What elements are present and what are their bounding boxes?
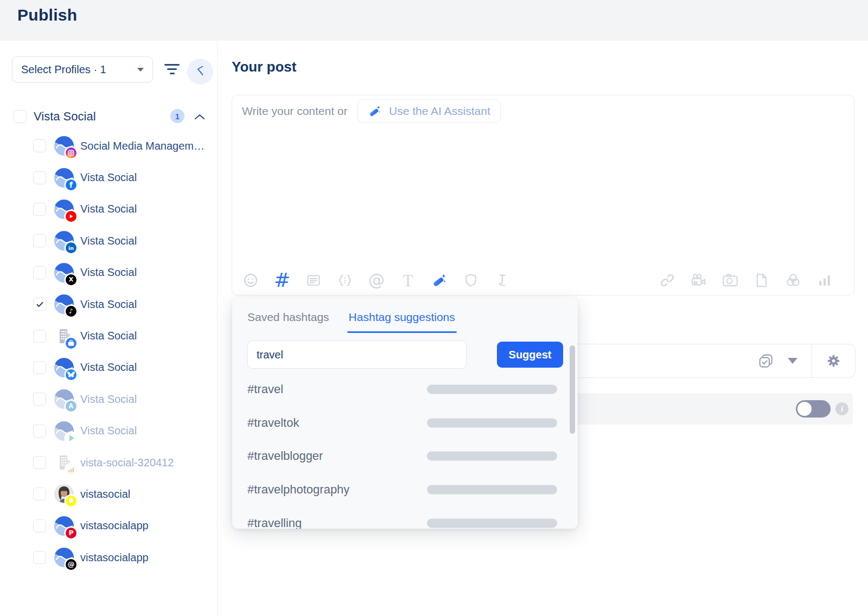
profile-checkbox[interactable]	[33, 425, 46, 438]
hashtag-row[interactable]: #travelblogger	[232, 439, 578, 473]
google-play-badge-icon	[66, 433, 76, 444]
popup-scrollbar[interactable]	[570, 345, 575, 434]
vista-social-logo-avatar: f	[54, 168, 74, 188]
group-checkbox[interactable]	[14, 110, 27, 123]
hashtag-label: #travelblogger	[247, 449, 323, 463]
profile-label: Vista Social	[80, 425, 137, 437]
composer-toolbar-left: # @ T	[242, 271, 511, 290]
text-format-icon[interactable]: T	[399, 271, 417, 290]
profile-checkbox[interactable]	[33, 361, 46, 374]
google-business-badge-icon	[66, 338, 76, 349]
mention-icon[interactable]: @	[368, 271, 385, 290]
vista-social-logo-avatar: A	[54, 389, 74, 409]
signature-icon[interactable]	[494, 271, 511, 290]
profile-row[interactable]: vista-social-320412	[0, 447, 217, 478]
hashtag-row[interactable]: #travelphotography	[232, 473, 578, 506]
profile-checkbox[interactable]	[33, 266, 46, 279]
profile-checkbox[interactable]	[33, 203, 46, 216]
hashtag-search-input[interactable]	[247, 341, 467, 369]
profile-checkbox[interactable]	[33, 519, 46, 532]
suggest-button[interactable]: Suggest	[497, 342, 563, 368]
vista-social-logo-avatar: X	[54, 263, 74, 283]
hashtag-label: #traveltok	[247, 416, 299, 430]
post-actions-bar	[532, 344, 856, 378]
camera-icon[interactable]	[722, 271, 739, 290]
hashtag-icon[interactable]: #	[273, 271, 291, 290]
profile-group-row[interactable]: Vista Social 1	[0, 107, 217, 126]
hashtag-suggestions-list: #travel#traveltok#travelblogger#travelph…	[232, 373, 578, 529]
profile-row[interactable]: vistasocial	[0, 478, 217, 510]
popularity-bar	[427, 418, 557, 427]
post-composer[interactable]: Write your content or Use the AI Assista…	[232, 95, 854, 296]
filter-icon[interactable]	[163, 64, 181, 76]
notes-icon[interactable]	[305, 271, 322, 290]
select-profiles-dropdown[interactable]: Select Profiles · 1	[12, 56, 153, 82]
vista-social-logo-avatar	[54, 421, 74, 441]
threads-badge-icon: @	[66, 559, 76, 570]
ai-wand-icon[interactable]	[431, 271, 448, 290]
hashtag-row[interactable]: #travel	[232, 373, 578, 406]
hashtag-row[interactable]: #travelling	[232, 506, 578, 529]
chevron-up-icon[interactable]	[194, 112, 205, 122]
profile-row[interactable]: Vista Social	[0, 320, 217, 351]
profile-label: Vista Social	[80, 393, 137, 406]
selected-count-badge: 1	[170, 109, 184, 123]
media-overlap-icon[interactable]	[784, 271, 802, 290]
profile-row[interactable]: Social Media Managem…	[0, 130, 217, 162]
emoji-icon[interactable]	[242, 271, 259, 290]
hashtag-label: #travelling	[247, 516, 302, 529]
duplicate-check-icon[interactable]	[757, 352, 775, 370]
profile-row[interactable]: ♪Vista Social	[0, 288, 217, 320]
settings-gear-icon[interactable]	[826, 354, 841, 368]
hashtag-popup: Saved hashtags Hashtag suggestions Sugge…	[232, 298, 578, 529]
profile-row[interactable]: Vista Social	[0, 352, 217, 383]
variables-icon[interactable]	[336, 271, 354, 290]
bluesky-badge-icon	[66, 369, 76, 380]
tab-hashtag-suggestions[interactable]: Hashtag suggestions	[349, 311, 455, 324]
profile-checkbox[interactable]	[33, 234, 46, 247]
app-store-badge-icon: A	[66, 401, 76, 412]
profile-checkbox[interactable]	[33, 393, 46, 406]
option-toggle[interactable]	[796, 400, 831, 418]
profile-label: Vista Social	[80, 361, 137, 374]
profile-checkbox[interactable]	[33, 171, 46, 184]
profile-label: vistasocial	[80, 488, 130, 501]
group-name: Vista Social	[34, 110, 96, 124]
tab-saved-hashtags[interactable]: Saved hashtags	[247, 311, 329, 324]
profile-row[interactable]: inVista Social	[0, 225, 217, 256]
post-options-row: i	[532, 393, 853, 425]
page-title: Publish	[17, 6, 77, 24]
profile-row[interactable]: Pvistasocialapp	[0, 510, 217, 542]
hashtag-label: #travel	[247, 382, 283, 396]
tiktok-badge-icon: ♪	[66, 306, 76, 317]
profile-checkbox[interactable]	[33, 298, 46, 311]
file-icon[interactable]	[753, 271, 770, 290]
profile-row[interactable]: Vista Social	[0, 194, 217, 225]
profile-row[interactable]: fVista Social	[0, 162, 217, 193]
snapchat-badge-icon	[66, 496, 76, 506]
collapse-sidebar-button[interactable]	[187, 59, 213, 85]
dropdown-caret-icon[interactable]	[788, 358, 797, 364]
profile-row[interactable]: XVista Social	[0, 257, 217, 288]
profile-checkbox[interactable]	[33, 456, 46, 469]
popularity-bar	[427, 485, 557, 494]
facebook-badge-icon: f	[66, 179, 76, 190]
video-camera-icon[interactable]	[690, 271, 707, 290]
profile-row[interactable]: @vistasocialapp	[0, 542, 217, 573]
x-badge-icon: X	[66, 274, 76, 285]
info-icon[interactable]: i	[835, 402, 848, 415]
hashtag-row[interactable]: #traveltok	[232, 406, 578, 440]
divider	[812, 344, 812, 377]
shield-icon[interactable]	[462, 271, 480, 290]
vista-social-logo-avatar	[54, 200, 74, 219]
profile-row[interactable]: Vista Social	[0, 415, 217, 447]
ai-assistant-button[interactable]: Use the AI Assistant	[358, 99, 501, 123]
profile-checkbox[interactable]	[33, 551, 46, 564]
chart-icon[interactable]	[816, 271, 833, 290]
profile-row[interactable]: AVista Social	[0, 383, 217, 415]
profile-checkbox[interactable]	[33, 139, 46, 152]
link-icon[interactable]	[659, 271, 676, 290]
profile-checkbox[interactable]	[33, 330, 46, 343]
page-header: Publish	[0, 0, 868, 41]
profile-checkbox[interactable]	[33, 487, 46, 501]
